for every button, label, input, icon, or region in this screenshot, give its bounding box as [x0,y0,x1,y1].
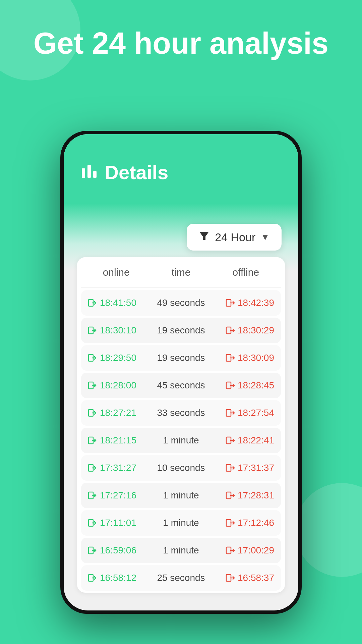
chevron-down-icon: ▼ [261,232,269,243]
login-icon [88,491,97,500]
time-cell: 19 seconds [150,325,212,336]
offline-cell: 18:27:54 [212,408,274,418]
online-cell: 18:28:00 [88,380,150,391]
online-cell: 18:21:15 [88,435,150,446]
login-icon [88,353,97,363]
login-icon [88,381,97,390]
col-online: online [84,267,148,278]
time-cell: 19 seconds [150,353,212,363]
table-row: 17:27:16 1 minute 17:28:31 [81,483,281,508]
logout-icon [226,353,235,363]
offline-cell: 17:31:37 [212,463,274,473]
time-cell: 33 seconds [150,408,212,418]
filter-label: 24 Hour [215,231,255,244]
online-cell: 16:59:06 [88,545,150,556]
session-table: online time offline 18:41:50 49 seconds [77,257,285,593]
app-title: Details [105,161,168,183]
offline-cell: 17:00:29 [212,545,274,556]
table-row: 18:29:50 19 seconds 18:30:09 [81,345,281,371]
logout-icon [226,546,235,555]
offline-cell: 18:22:41 [212,435,274,446]
online-cell: 18:27:21 [88,408,150,418]
login-icon [88,518,97,528]
offline-cell: 16:58:37 [212,573,274,583]
table-body: 18:41:50 49 seconds 18:42:39 18:30:10 19… [77,290,285,591]
bg-circle-bottom-right [295,483,362,577]
login-icon [88,436,97,445]
time-cell: 45 seconds [150,380,212,391]
online-cell: 17:31:27 [88,463,150,473]
svg-rect-0 [82,168,85,178]
col-time: time [148,267,213,278]
logout-icon [226,463,235,473]
logout-icon [226,326,235,335]
login-icon [88,408,97,418]
time-cell: 1 minute [150,545,212,556]
time-cell: 1 minute [150,435,212,446]
time-cell: 10 seconds [150,463,212,473]
table-divider [81,287,281,288]
svg-rect-2 [93,171,97,178]
app-header: Details [64,134,298,204]
table-row: 18:21:15 1 minute 18:22:41 [81,428,281,453]
offline-cell: 18:30:29 [212,325,274,336]
logout-icon [226,408,235,418]
online-cell: 18:29:50 [88,353,150,363]
logout-icon [226,298,235,308]
app-body: 24 Hour ▼ online time offline 18:41:50 [64,204,298,599]
table-row: 16:58:12 25 seconds 16:58:37 [81,565,281,591]
table-row: 16:59:06 1 minute 17:00:29 [81,538,281,563]
table-row: 17:11:01 1 minute 17:12:46 [81,510,281,536]
online-cell: 16:58:12 [88,573,150,583]
offline-cell: 17:12:46 [212,518,274,528]
login-icon [88,326,97,335]
filter-dropdown[interactable]: 24 Hour ▼ [187,224,282,251]
online-cell: 17:27:16 [88,490,150,501]
filter-row: 24 Hour ▼ [74,224,288,257]
online-cell: 18:30:10 [88,325,150,336]
chart-icon [80,162,98,183]
time-cell: 1 minute [150,518,212,528]
phone-screen: Details 24 Hour ▼ on [64,134,298,610]
logout-icon [226,436,235,445]
offline-cell: 18:30:09 [212,353,274,363]
logout-icon [226,518,235,528]
login-icon [88,546,97,555]
col-offline: offline [214,267,278,278]
table-row: 17:31:27 10 seconds 17:31:37 [81,455,281,481]
offline-cell: 18:28:45 [212,380,274,391]
logout-icon [226,381,235,390]
svg-rect-1 [87,165,91,178]
table-row: 18:27:21 33 seconds 18:27:54 [81,400,281,426]
svg-marker-3 [199,232,209,240]
logout-icon [226,573,235,583]
login-icon [88,463,97,473]
online-cell: 18:41:50 [88,298,150,308]
offline-cell: 17:28:31 [212,490,274,501]
table-header: online time offline [77,257,285,287]
time-cell: 1 minute [150,490,212,501]
table-row: 18:41:50 49 seconds 18:42:39 [81,290,281,316]
hero-title: Get 24 hour analysis [0,27,362,60]
logout-icon [226,491,235,500]
table-row: 18:28:00 45 seconds 18:28:45 [81,373,281,398]
time-cell: 49 seconds [150,298,212,308]
filter-icon [199,230,209,244]
time-cell: 25 seconds [150,573,212,583]
table-row: 18:30:10 19 seconds 18:30:29 [81,318,281,343]
offline-cell: 18:42:39 [212,298,274,308]
login-icon [88,298,97,308]
phone-frame: Details 24 Hour ▼ on [60,131,302,614]
login-icon [88,573,97,583]
online-cell: 17:11:01 [88,518,150,528]
